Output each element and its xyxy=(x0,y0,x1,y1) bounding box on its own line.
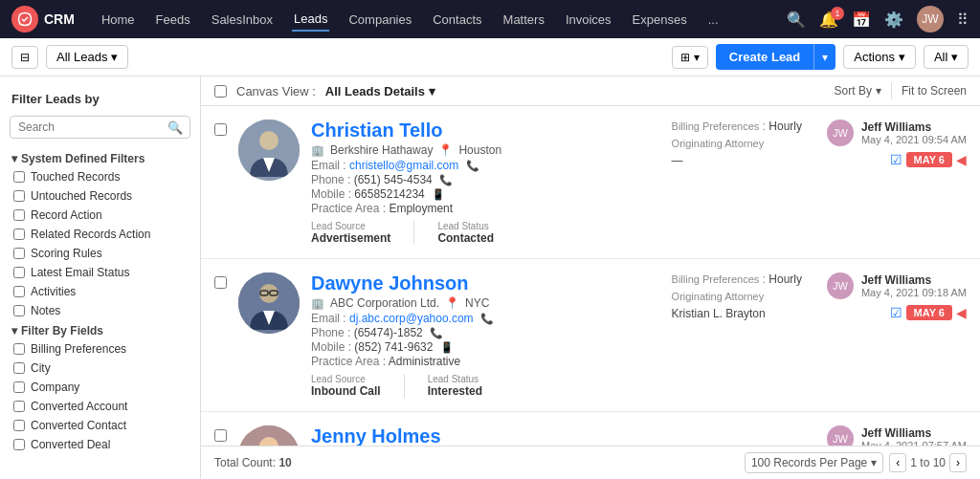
lead-2-checkbox[interactable] xyxy=(214,276,227,289)
company-checkbox[interactable] xyxy=(13,381,25,393)
calendar-icon[interactable]: 📅 xyxy=(852,11,871,29)
chevron-down-icon: ▾ xyxy=(899,50,905,64)
filter-label: Latest Email Status xyxy=(31,266,129,279)
lead-3-assignee-info: Jeff Williams May 4, 2021 07:57 AM xyxy=(861,426,967,446)
nav-contacts[interactable]: Contacts xyxy=(431,9,483,31)
lead-3-checkbox[interactable] xyxy=(214,429,227,442)
sidebar: Filter Leads by 🔍 ▾ System Defined Filte… xyxy=(0,76,201,479)
chevron-down-icon: ▾ xyxy=(694,51,700,64)
filter-label: Touched Records xyxy=(31,170,120,184)
create-lead-button[interactable]: Create Lead xyxy=(716,44,813,70)
main-toolbar: ⊟ All Leads ▾ ⊞ ▾ Create Lead ▾ Actions … xyxy=(0,38,980,76)
filter-city[interactable]: City xyxy=(0,359,200,378)
sort-by-button[interactable]: Sort By ▾ xyxy=(835,84,881,98)
actions-button[interactable]: Actions ▾ xyxy=(843,45,916,69)
filter-related-records[interactable]: Related Records Action xyxy=(0,225,200,244)
fit-to-screen-button[interactable]: Fit to Screen xyxy=(902,84,967,98)
nav-salesinbox[interactable]: SalesInbox xyxy=(210,9,275,31)
select-all-checkbox[interactable] xyxy=(214,85,227,98)
lead-1-email: Email : christello@gmail.com 📞 xyxy=(311,159,632,172)
email-status-checkbox[interactable] xyxy=(13,267,25,278)
activities-checkbox[interactable] xyxy=(13,286,25,297)
lead-checkbox-container xyxy=(214,276,227,292)
filter-label: Activities xyxy=(31,285,76,298)
filter-company[interactable]: Company xyxy=(0,378,200,397)
building-icon: 🏢 xyxy=(311,297,324,310)
settings-icon[interactable]: ⚙️ xyxy=(884,11,903,29)
filter-record-action[interactable]: Record Action xyxy=(0,206,200,225)
filter-scoring-rules[interactable]: Scoring Rules xyxy=(0,244,200,263)
all-leads-label: All Leads xyxy=(56,50,107,64)
scoring-rules-checkbox[interactable] xyxy=(13,248,25,259)
notification-icon[interactable]: 🔔 1 xyxy=(819,11,838,29)
divider xyxy=(891,82,892,99)
lead-2-email-link[interactable]: dj.abc.corp@yahoo.com xyxy=(349,312,474,325)
related-records-checkbox[interactable] xyxy=(13,229,25,240)
notification-badge: 1 xyxy=(831,7,844,20)
filter-label: City xyxy=(31,361,51,375)
system-filters-title[interactable]: ▾ System Defined Filters xyxy=(0,146,200,167)
billing-prefs-checkbox[interactable] xyxy=(13,343,25,355)
converted-account-checkbox[interactable] xyxy=(13,401,25,412)
all-filter-button[interactable]: All ▾ xyxy=(924,45,969,69)
nav-home[interactable]: Home xyxy=(100,9,137,31)
chevron-down-icon: ▾ xyxy=(876,84,881,98)
city-checkbox[interactable] xyxy=(13,362,25,374)
collapse-arrow-icon: ▾ xyxy=(11,152,17,165)
filter-label: Billing Preferences xyxy=(31,342,126,356)
notes-checkbox[interactable] xyxy=(13,305,25,316)
lead-2-info: Dawyne Johnson 🏢 ABC Corporation Ltd. 📍 … xyxy=(311,272,632,398)
converted-contact-checkbox[interactable] xyxy=(13,420,25,431)
lead-2-mobile: Mobile : (852) 741-9632 📱 xyxy=(311,340,632,354)
lead-1-name[interactable]: Christian Tello xyxy=(311,120,632,142)
filter-billing-prefs[interactable]: Billing Preferences xyxy=(0,339,200,359)
field-filters-title[interactable]: ▾ Filter By Fields xyxy=(0,320,200,339)
search-input[interactable] xyxy=(10,116,190,139)
view-toggle-button[interactable]: ⊞ ▾ xyxy=(672,46,708,69)
lead-card: Christian Tello 🏢 Berkshire Hathaway 📍 H… xyxy=(201,106,980,259)
records-per-page-selector[interactable]: 100 Records Per Page ▾ xyxy=(745,452,883,473)
nav-invoices[interactable]: Invoices xyxy=(564,9,613,31)
lead-2-may-badge: ☑ MAY 6 ◀ xyxy=(890,305,967,320)
lead-2-name[interactable]: Dawyne Johnson xyxy=(311,272,632,294)
grid-icon[interactable]: ⠿ xyxy=(957,11,969,29)
nav-expenses[interactable]: Expenses xyxy=(631,9,689,31)
lead-1-checkbox[interactable] xyxy=(214,123,227,136)
user-avatar[interactable]: JW xyxy=(917,6,944,33)
search-icon[interactable]: 🔍 xyxy=(787,11,806,29)
nav-matters[interactable]: Matters xyxy=(501,9,546,31)
lead-card: Jenny Holmes 🏢 HipoWorks 📍 NYC Email : j… xyxy=(201,412,980,446)
logo[interactable]: CRM xyxy=(11,6,75,33)
filter-label: Notes xyxy=(31,304,60,317)
all-leads-button[interactable]: All Leads ▾ xyxy=(46,45,128,69)
filter-activities[interactable]: Activities xyxy=(0,282,200,301)
canvas-view-select[interactable]: All Leads Details ▾ xyxy=(325,84,435,98)
filter-touched-records[interactable]: Touched Records xyxy=(0,167,200,186)
record-action-checkbox[interactable] xyxy=(13,209,25,221)
prev-page-button[interactable]: ‹ xyxy=(889,453,906,472)
tag-divider xyxy=(404,374,405,398)
filter-converted-deal[interactable]: Converted Deal xyxy=(0,435,200,454)
nav-feeds[interactable]: Feeds xyxy=(154,9,192,31)
converted-deal-checkbox[interactable] xyxy=(13,439,25,450)
lead-1-email-link[interactable]: christello@gmail.com xyxy=(349,159,458,172)
filter-email-status[interactable]: Latest Email Status xyxy=(0,263,200,282)
filter-untouched-records[interactable]: Untouched Records xyxy=(0,186,200,206)
filter-notes[interactable]: Notes xyxy=(0,301,200,320)
lead-status-group: Lead Status Contacted xyxy=(437,221,494,245)
filter-converted-contact[interactable]: Converted Contact xyxy=(0,416,200,435)
may-tag: MAY 6 xyxy=(906,152,952,167)
lead-3-name[interactable]: Jenny Holmes xyxy=(311,425,802,446)
touched-records-checkbox[interactable] xyxy=(13,171,25,183)
create-lead-dropdown[interactable]: ▾ xyxy=(813,44,835,70)
filter-converted-account[interactable]: Converted Account xyxy=(0,397,200,416)
nav-companies[interactable]: Companies xyxy=(346,9,413,31)
filter-button[interactable]: ⊟ xyxy=(11,46,38,69)
untouched-records-checkbox[interactable] xyxy=(13,190,25,202)
nav-more[interactable]: ... xyxy=(706,9,721,31)
next-page-button[interactable]: › xyxy=(949,453,967,472)
nav-leads[interactable]: Leads xyxy=(292,8,329,32)
billing-pref-row: Billing Preferences : Hourly xyxy=(672,120,802,133)
lead-list: Christian Tello 🏢 Berkshire Hathaway 📍 H… xyxy=(201,106,980,446)
lead-1-avatar xyxy=(238,120,300,181)
